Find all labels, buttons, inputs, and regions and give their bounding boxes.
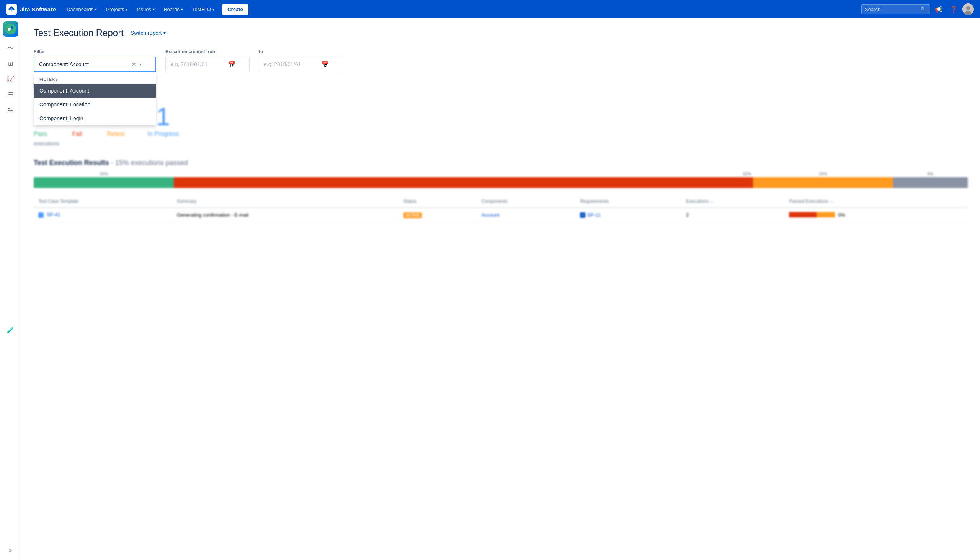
stat-retest-label: Retest [107, 130, 124, 137]
sidebar-item-reports[interactable]: 📈 [3, 72, 18, 86]
stat-inprogress-value: 1 [157, 105, 170, 129]
filter-select[interactable]: Component: Account ✕ ▾ [34, 57, 156, 72]
nav-items: Dashboards ▾ Projects ▾ Issues ▾ Boards … [62, 0, 861, 18]
th-test-case: Test Case Template [34, 196, 172, 207]
filter-row: Filter Component: Account ✕ ▾ FILTERS Co… [34, 49, 968, 72]
create-button[interactable]: Create [222, 4, 248, 15]
sidebar-item-board[interactable]: ⊞ [3, 57, 18, 70]
req-link[interactable]: SP-11 [587, 212, 601, 218]
board-icon: ⊞ [8, 60, 13, 67]
date-from-input[interactable]: e.g. 2018/01/01 📅 [165, 57, 250, 72]
td-summary: Generating confirmation - E-mail [172, 207, 399, 222]
td-executions: 2 [682, 207, 784, 222]
search-icon: 🔍 [920, 6, 927, 12]
checkbox-checked-icon: ✓ [580, 212, 585, 218]
nav-boards[interactable]: Boards ▾ [159, 0, 188, 18]
table-bar-fail [789, 212, 817, 217]
requirement-ref: ✓ SP-11 [580, 212, 601, 218]
dropdown-item-login[interactable]: Component: Login [34, 112, 156, 125]
sidebar-item-testflo[interactable]: 🧪 [3, 323, 18, 337]
issues-icon: ☰ [8, 91, 13, 98]
table-progress-bar [789, 212, 835, 217]
progress-label-pass: 15% [34, 172, 174, 176]
table-header: Test Case Template Summary Status Compon… [34, 196, 968, 207]
progress-segment-fail [174, 177, 753, 188]
stat-inprogress-label: In Progress [147, 130, 179, 137]
nav-testflo[interactable]: TestFLO ▾ [188, 0, 219, 18]
nav-issues[interactable]: Issues ▾ [132, 0, 159, 18]
filter-label: Filter [34, 49, 156, 54]
logo[interactable]: Jira Software [6, 4, 56, 15]
testflo-icon: 🧪 [7, 326, 15, 333]
sidebar-item-components[interactable]: 🏷 [3, 103, 18, 117]
component-link[interactable]: Account [481, 212, 499, 218]
chevron-down-icon: ▾ [139, 62, 142, 67]
progress-bar-wrapper: 15% 62% 15% 8% [34, 172, 968, 188]
th-passed-executions[interactable]: Passed Executions ↑↓ [784, 196, 968, 207]
td-status: ACTIVE [399, 207, 477, 222]
th-summary: Summary [172, 196, 399, 207]
project-icon[interactable] [3, 22, 18, 37]
components-icon: 🏷 [8, 106, 14, 113]
date-from-placeholder: e.g. 2018/01/01 [170, 61, 207, 67]
filter-group: Filter Component: Account ✕ ▾ FILTERS Co… [34, 49, 156, 72]
chevron-down-icon: ▾ [181, 7, 183, 12]
sidebar-item-issues[interactable]: ☰ [3, 87, 18, 101]
progress-labels: 15% 62% 15% 8% [34, 172, 968, 176]
dropdown-item-account[interactable]: Component: Account [34, 84, 156, 98]
progress-label-inprogress: 8% [893, 172, 968, 176]
date-from-label: Execution created from [165, 49, 250, 54]
summary-section: Su 2 Pass 8 Fail 2 Retest [34, 81, 968, 147]
page-title: Test Execution Report [34, 28, 123, 38]
filter-clear-button[interactable]: ✕ [131, 60, 137, 68]
search-input[interactable] [865, 7, 918, 12]
table-bar-retest [817, 212, 835, 217]
date-to-placeholder: e.g. 2018/01/01 [264, 61, 301, 67]
filter-select-wrapper: Component: Account ✕ ▾ FILTERS Component… [34, 57, 156, 72]
notifications-icon[interactable]: 📢 [932, 3, 945, 15]
svg-point-4 [8, 28, 11, 31]
activity-icon: 〜 [8, 44, 14, 52]
chevron-down-icon: ▾ [163, 30, 166, 36]
main-content: Test Execution Report Switch report ▾ Fi… [22, 18, 980, 560]
top-navigation: Jira Software Dashboards ▾ Projects ▾ Is… [0, 0, 980, 18]
calendar-icon: 📅 [321, 61, 329, 68]
status-badge: ACTIVE [403, 212, 422, 218]
page-header: Test Execution Report Switch report ▾ [34, 28, 968, 38]
nav-projects[interactable]: Projects ▾ [102, 0, 132, 18]
filter-dropdown: FILTERS Component: Account Component: Lo… [34, 73, 156, 125]
td-component: Account [477, 207, 575, 222]
switch-report-button[interactable]: Switch report ▾ [128, 28, 168, 38]
progress-segment-pass [34, 177, 174, 188]
dropdown-item-location[interactable]: Component: Location [34, 98, 156, 112]
sort-icon: ↑↓ [830, 200, 833, 203]
results-section: Test Execution Results - 15% executions … [34, 159, 968, 222]
progress-segment-inprogress [893, 177, 968, 188]
filter-select-value: Component: Account [39, 61, 128, 67]
date-from-group: Execution created from e.g. 2018/01/01 📅 [165, 49, 250, 72]
expand-icon: » [9, 547, 12, 553]
test-case-icon [38, 212, 43, 218]
date-to-input[interactable]: e.g. 2018/01/01 📅 [259, 57, 343, 72]
search-bar[interactable]: 🔍 [861, 4, 930, 14]
sidebar-item-activity[interactable]: 〜 [3, 41, 18, 55]
tc-link[interactable]: SP-41 [47, 212, 60, 217]
reports-icon: 📈 [7, 75, 15, 83]
svg-point-1 [966, 6, 970, 10]
dropdown-section-label: FILTERS [34, 73, 156, 84]
progress-label-fail: 62% [174, 172, 753, 176]
th-executions[interactable]: Executions ↑↓ [682, 196, 784, 207]
progress-segment-retest [753, 177, 893, 188]
results-table: Test Case Template Summary Status Compon… [34, 196, 968, 222]
nav-dashboards[interactable]: Dashboards ▾ [62, 0, 102, 18]
help-icon[interactable]: ❓ [947, 3, 961, 15]
app-layout: 〜 ⊞ 📈 ☰ 🏷 🧪 » Test Execution Report Swit… [0, 18, 980, 560]
sidebar-expand-button[interactable]: » [3, 543, 18, 557]
summary-executions: executions [34, 140, 968, 147]
date-to-group: to e.g. 2018/01/01 📅 [259, 49, 343, 72]
date-to-label: to [259, 49, 343, 54]
user-avatar[interactable] [962, 3, 974, 15]
th-components: Components [477, 196, 575, 207]
stat-pass-label: Pass [34, 130, 47, 137]
progress-bar [34, 177, 968, 188]
